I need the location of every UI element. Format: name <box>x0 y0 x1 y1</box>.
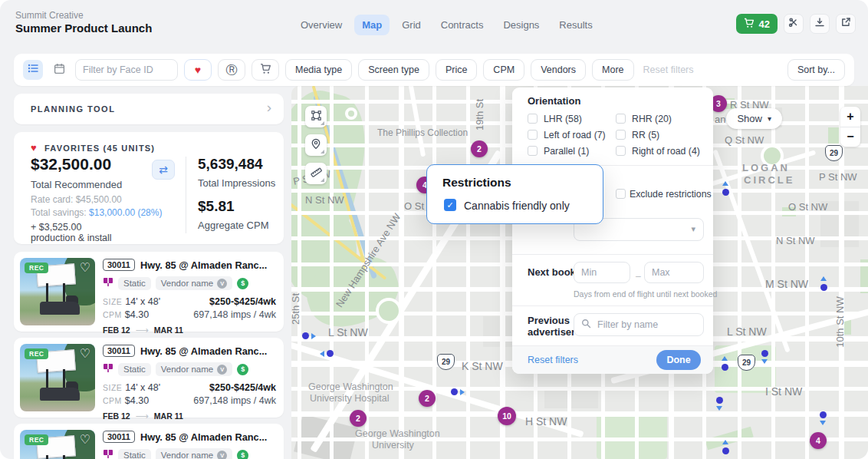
map-unit-marker[interactable] <box>451 388 458 395</box>
map-unit-marker[interactable] <box>820 411 827 418</box>
draw-polygon-icon <box>311 110 322 124</box>
tab-designs[interactable]: Designs <box>495 15 547 35</box>
street-label: I St NW <box>765 385 802 398</box>
price-available-icon: $ <box>237 450 248 459</box>
zoom-out-button[interactable]: − <box>840 127 860 147</box>
filter-chip-cpm[interactable]: CPM <box>483 59 524 81</box>
map-unit-marker[interactable] <box>820 284 827 291</box>
cannabis-friendly-checkbox[interactable]: ✓ <box>444 199 456 211</box>
map-unit-marker[interactable] <box>327 350 334 357</box>
checkbox-left-of-road[interactable] <box>528 130 538 140</box>
tab-grid[interactable]: Grid <box>394 15 429 35</box>
download-button[interactable] <box>810 14 830 34</box>
cart-button[interactable]: 42 <box>736 14 778 34</box>
cannabis-friendly-label[interactable]: Cannabis friendly only <box>464 200 570 212</box>
map-cluster-marker[interactable]: 10 <box>498 407 516 425</box>
recommended-filter-button[interactable]: Ⓡ <box>218 59 245 81</box>
map-unit-marker[interactable] <box>761 350 768 357</box>
price-range: $250-$425/4wk <box>209 296 276 307</box>
map-cluster-marker[interactable]: 2 <box>350 410 367 427</box>
reset-filters-link[interactable]: Reset filters <box>528 355 578 365</box>
unit-direction-icon <box>820 276 827 281</box>
next-booked-min-input[interactable] <box>574 262 630 283</box>
checkbox-right-of-road[interactable] <box>616 146 626 156</box>
map-show-dropdown[interactable]: Show ▾ <box>726 108 782 129</box>
map-unit-marker[interactable] <box>716 397 723 404</box>
done-button[interactable]: Done <box>656 350 701 370</box>
checkbox-parallel[interactable] <box>528 146 538 156</box>
listing-card[interactable]: REC ♡ 30011 Hwy. 85 @ Almaden Ranc... St… <box>14 424 284 459</box>
street-label: O St <box>404 200 424 212</box>
filter-chip-price[interactable]: Price <box>436 59 477 81</box>
checkbox-rr[interactable] <box>616 130 626 140</box>
listing-card[interactable]: REC ♡ 30011 Hwy. 85 @ Almaden Ranc... St… <box>14 338 284 418</box>
map-unit-marker[interactable] <box>722 364 728 371</box>
previous-advertiser-input[interactable] <box>596 319 688 331</box>
aggregate-cpm-label: Aggregate CPM <box>198 220 269 231</box>
tools-button[interactable] <box>784 14 804 34</box>
planning-tool-card[interactable]: PLANNING TOOL › <box>14 94 284 124</box>
map-cluster-marker[interactable]: 4 <box>810 432 827 449</box>
next-booked-max-input[interactable] <box>644 262 704 283</box>
checkbox-label[interactable]: Right of road (4) <box>632 146 700 157</box>
previous-advertiser-search[interactable] <box>574 313 704 336</box>
share-button[interactable] <box>836 14 856 34</box>
list-view-button[interactable] <box>23 60 43 80</box>
in-cart-filter-button[interactable] <box>252 59 279 81</box>
filter-chip-vendors[interactable]: Vendors <box>531 59 586 81</box>
tab-results[interactable]: Results <box>551 15 600 35</box>
filter-chip-media-type[interactable]: Media type <box>285 59 352 81</box>
map-unit-marker[interactable] <box>722 189 729 196</box>
next-booked-help-text: Days from end of flight until next booke… <box>574 289 717 299</box>
swap-stats-button[interactable]: ⇄ <box>152 160 175 180</box>
reset-filters-disabled[interactable]: Reset filters <box>643 64 694 75</box>
face-id-search-input[interactable] <box>75 59 178 81</box>
unit-direction-icon <box>722 440 728 444</box>
draw-area-button[interactable] <box>305 106 327 127</box>
filter-bar: ♥ Ⓡ Media type Screen type Price CPM Ven… <box>14 54 854 86</box>
listing-card[interactable]: REC ♡ 30011 Hwy. 85 @ Almaden Ranc... St… <box>14 252 284 332</box>
checkbox-exclude-restrictions[interactable] <box>616 189 626 199</box>
unit-direction-icon <box>320 351 324 357</box>
flight-start-date: FEB 12 <box>103 411 130 421</box>
tab-overview[interactable]: Overview <box>293 15 350 35</box>
checkbox-label[interactable]: RHR (20) <box>632 114 672 124</box>
unit-direction-icon <box>722 356 728 361</box>
checkbox-label[interactable]: LHR (58) <box>544 114 582 124</box>
checkbox-label[interactable]: Left of road (7) <box>544 130 606 140</box>
map-unit-marker[interactable] <box>722 447 729 454</box>
billboard-icon <box>103 276 113 290</box>
map-cluster-marker[interactable]: 2 <box>471 140 488 157</box>
favorites-filter-button[interactable]: ♥ <box>184 59 212 81</box>
checkbox-label[interactable]: RR (5) <box>632 130 659 140</box>
checkbox-label[interactable]: Exclude restrictions <box>630 189 712 200</box>
unit-id: 30011 <box>103 345 135 357</box>
heart-outline-icon[interactable]: ♡ <box>80 260 90 275</box>
price-available-icon: $ <box>237 364 248 375</box>
highway-shield: 29 <box>738 355 755 371</box>
calendar-button[interactable] <box>49 60 69 80</box>
checkbox-rhr[interactable] <box>616 114 626 124</box>
favorites-title: FAVORITES (45 UNITS) <box>44 144 155 153</box>
heart-outline-icon[interactable]: ♡ <box>80 346 90 361</box>
unit-direction-icon <box>761 359 768 364</box>
checkbox-label[interactable]: Parallel (1) <box>544 146 589 157</box>
sort-by-dropdown[interactable]: Sort by... <box>787 59 845 81</box>
cpm-value: $4.30 <box>125 395 149 406</box>
registered-icon: Ⓡ <box>226 63 238 78</box>
map-cluster-marker[interactable]: 2 <box>419 390 436 407</box>
drop-pin-button[interactable] <box>305 134 327 156</box>
filter-chip-screen-type[interactable]: Screen type <box>358 59 429 81</box>
heart-outline-icon[interactable]: ♡ <box>80 432 90 447</box>
tab-map[interactable]: Map <box>354 15 390 35</box>
filter-chip-more[interactable]: More <box>592 59 633 81</box>
zoom-in-button[interactable]: + <box>840 107 860 127</box>
measure-button[interactable] <box>305 163 327 184</box>
cart-count-badge: 42 <box>759 18 770 30</box>
unit-direction-icon <box>722 181 728 186</box>
checkbox-lhr[interactable] <box>528 114 538 124</box>
unit-direction-icon <box>820 421 826 425</box>
tab-contracts[interactable]: Contracts <box>433 15 492 35</box>
aggregate-cpm: $5.81 <box>198 198 235 215</box>
map-unit-marker[interactable] <box>302 332 309 339</box>
